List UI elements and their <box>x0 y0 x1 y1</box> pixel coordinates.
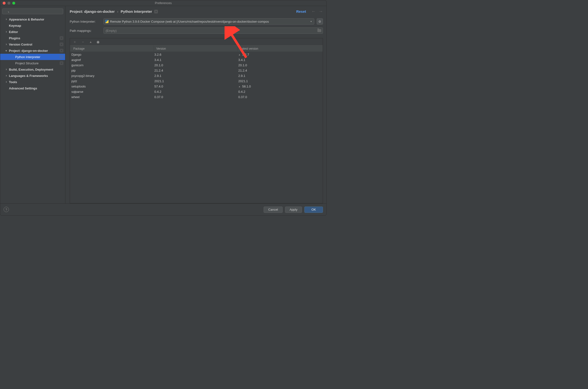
package-name: psycopg2-binary <box>70 74 154 78</box>
path-mappings-label: Path mappings: <box>70 29 101 32</box>
python-icon <box>105 20 108 23</box>
package-latest: 21.2.4 <box>238 69 323 72</box>
package-name: setuptools <box>70 85 154 88</box>
package-name: Django <box>70 53 154 56</box>
interpreter-label: Python Interpreter: <box>70 20 101 23</box>
package-row[interactable]: pip21.2.421.2.4 <box>70 68 323 73</box>
interpreter-dropdown[interactable]: Remote Python 3.9.6 Docker Compose (web … <box>104 18 314 25</box>
sidebar-item[interactable]: Project: django-on-docker <box>0 47 65 54</box>
packages-toolbar: ＋ － ▲ ◉ <box>70 38 323 46</box>
package-version: 3.4.1 <box>154 58 238 62</box>
remove-package-button[interactable]: － <box>81 40 85 44</box>
package-version: 2021.1 <box>154 79 238 83</box>
package-latest-value: 3.2.7 <box>242 53 249 56</box>
package-version: 2.9.1 <box>154 74 238 78</box>
package-row[interactable]: pytz2021.12021.1 <box>70 78 323 84</box>
package-version: 21.2.4 <box>154 69 238 72</box>
package-latest: ▲3.2.7 <box>238 53 323 56</box>
nav-forward-icon[interactable]: → <box>319 9 323 14</box>
package-version: 0.37.0 <box>154 95 238 99</box>
col-package[interactable]: Package <box>70 46 154 52</box>
package-row[interactable]: psycopg2-binary2.9.12.9.1 <box>70 73 323 78</box>
cancel-button[interactable]: Cancel <box>264 207 282 213</box>
upgrade-available-icon: ▲ <box>238 85 241 88</box>
sidebar-item[interactable]: Editor <box>0 29 65 35</box>
sidebar-item-label: Advanced Settings <box>9 87 37 90</box>
package-latest: 2.9.1 <box>238 74 323 78</box>
module-icon <box>60 49 63 52</box>
package-row[interactable]: asgiref3.4.13.4.1 <box>70 57 323 63</box>
package-latest: 2021.1 <box>238 79 323 83</box>
interpreter-settings-button[interactable]: ⚙ <box>317 18 323 25</box>
module-icon <box>60 36 63 40</box>
main-panel: Project: django-on-docker › Python Inter… <box>65 6 326 203</box>
sidebar-item[interactable]: Project Structure <box>0 60 65 66</box>
package-latest-value: 21.2.4 <box>238 69 247 72</box>
sidebar-item[interactable]: Keymap <box>0 22 65 29</box>
breadcrumb-page: Python Interpreter <box>121 9 152 13</box>
package-version: 3.2.6 <box>154 53 238 56</box>
path-mappings-row: Path mappings: (Empty) <box>70 28 323 34</box>
chevron-icon <box>5 30 7 33</box>
package-row[interactable]: sqlparse0.4.20.4.2 <box>70 89 323 94</box>
add-package-button[interactable]: ＋ <box>73 40 77 44</box>
package-latest-value: 20.1.0 <box>238 64 247 67</box>
package-latest: 0.4.2 <box>238 90 323 94</box>
chevron-icon <box>5 74 7 77</box>
apply-button[interactable]: Apply <box>285 207 302 213</box>
titlebar: Preferences <box>0 0 326 6</box>
sidebar-item[interactable]: Python Interpreter <box>0 54 65 60</box>
package-row[interactable]: gunicorn20.1.020.1.0 <box>70 63 323 68</box>
sidebar-item-label: Editor <box>9 30 18 34</box>
packages-panel: ＋ － ▲ ◉ Package Version Latest version D… <box>70 38 323 203</box>
sidebar-item[interactable]: Languages & Frameworks <box>0 72 65 79</box>
sidebar-item-label: Tools <box>9 80 17 84</box>
reset-link[interactable]: Reset <box>296 9 306 13</box>
chevron-icon <box>5 80 7 83</box>
sidebar-item[interactable]: Tools <box>0 79 65 85</box>
package-row[interactable]: Django3.2.6▲3.2.7 <box>70 52 323 57</box>
breadcrumb-separator: › <box>117 10 118 13</box>
sidebar-item[interactable]: Appearance & Behavior <box>0 16 65 22</box>
packages-header: Package Version Latest version <box>70 46 323 52</box>
package-latest: ▲58.1.0 <box>238 85 323 88</box>
package-row[interactable]: wheel0.37.00.37.0 <box>70 94 323 99</box>
preferences-window: Preferences Appearance & BehaviorKeymapE… <box>0 0 327 216</box>
package-name: wheel <box>70 95 154 99</box>
package-name: gunicorn <box>70 64 154 67</box>
upgrade-available-icon: ▲ <box>238 53 241 56</box>
col-latest[interactable]: Latest version <box>238 46 323 52</box>
sidebar-item-label: Languages & Frameworks <box>9 74 48 78</box>
package-latest: 3.4.1 <box>238 58 323 62</box>
sidebar-item[interactable]: Advanced Settings <box>0 85 65 91</box>
package-row[interactable]: setuptools57.4.0▲58.1.0 <box>70 84 323 89</box>
breadcrumb: Project: django-on-docker › Python Inter… <box>70 9 323 14</box>
package-name: pip <box>70 69 154 72</box>
col-version[interactable]: Version <box>154 46 238 52</box>
sidebar-item-label: Python Interpreter <box>15 55 40 59</box>
search-input[interactable] <box>2 8 63 14</box>
help-button[interactable]: ? <box>4 207 9 212</box>
sidebar-item[interactable]: Build, Execution, Deployment <box>0 66 65 72</box>
chevron-icon <box>5 68 7 71</box>
show-early-releases-button[interactable]: ◉ <box>97 40 100 44</box>
gear-icon: ⚙ <box>318 20 321 23</box>
upgrade-package-button[interactable]: ▲ <box>89 40 92 43</box>
window-title: Preferences <box>0 1 326 5</box>
nav-back-icon[interactable]: ← <box>311 9 316 14</box>
breadcrumb-project: Project: django-on-docker <box>70 9 115 13</box>
sidebar-item-label: Project: django-on-docker <box>9 49 48 53</box>
sidebar-item[interactable]: Plugins <box>0 35 65 41</box>
path-mappings-value: (Empty) <box>106 29 117 32</box>
package-name: sqlparse <box>70 90 154 94</box>
chevron-icon <box>5 43 7 46</box>
package-version: 0.4.2 <box>154 90 238 94</box>
package-latest-value: 3.4.1 <box>238 58 245 62</box>
module-icon <box>154 10 158 13</box>
sidebar-item[interactable]: Version Control <box>0 41 65 47</box>
chevron-icon <box>5 49 7 52</box>
path-mappings-input[interactable]: (Empty) <box>104 28 323 34</box>
package-latest: 0.37.0 <box>238 95 323 99</box>
package-version: 20.1.0 <box>154 64 238 67</box>
ok-button[interactable]: OK <box>304 207 323 213</box>
